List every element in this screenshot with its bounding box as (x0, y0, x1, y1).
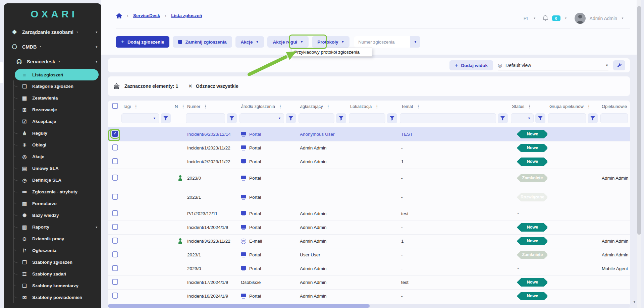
column-menu-icon[interactable]: ⋮ (326, 104, 330, 109)
sidebar-item[interactable]: ◷ Definicje SLA (4, 174, 101, 186)
location-filter-button[interactable] (387, 113, 397, 123)
avatar[interactable] (575, 13, 586, 24)
reporter-filter-button[interactable] (336, 113, 346, 123)
sidebar-item[interactable]: ❑ Szablony komentarzy (4, 280, 101, 292)
row-checkbox[interactable] (112, 131, 118, 137)
sidebar-item[interactable]: ◎ Akcje (4, 151, 101, 163)
sidebar-item[interactable]: ⊞ Rezerwacje (4, 104, 101, 116)
column-menu-icon[interactable]: ⋮ (416, 104, 420, 109)
sidebar-item[interactable]: ✺ Bazy wiedzy (4, 209, 101, 221)
table-row[interactable]: P/1/2023/12/11 Portal Admin Admin test - (108, 207, 630, 221)
column-menu-icon[interactable]: ⋮ (375, 104, 379, 109)
row-checkbox[interactable] (112, 175, 118, 181)
tags-filter-button[interactable] (161, 113, 171, 123)
scroll-down-arrow-icon[interactable]: ▼ (633, 300, 636, 304)
ticket-number-input[interactable] (354, 36, 410, 48)
basket-icon[interactable] (113, 83, 120, 89)
table-row[interactable]: Incident/1/2023/11/22 Portal Admin Admin… (108, 141, 630, 155)
rule-actions-button[interactable]: Akcje reguł ▼ (267, 36, 309, 48)
sidebar-item[interactable]: ☲ Szablony zadań (4, 268, 101, 280)
number-filter-input[interactable] (186, 113, 225, 123)
table-row[interactable]: 2023/1 Portal User User - Zamknięte Admi… (108, 248, 630, 262)
table-row[interactable]: Incident/17/2024/1/9 Osobiście Admin Adm… (108, 275, 630, 289)
table-row[interactable]: 2023/0 Portal - Zamknięte Admin Admin (108, 169, 630, 188)
chevron-down-icon[interactable]: ▼ (621, 17, 624, 20)
sidebar-item[interactable]: ⋔ Reguły (4, 127, 101, 139)
home-icon[interactable] (116, 13, 122, 18)
row-checkbox[interactable] (112, 224, 118, 230)
chevron-down-icon[interactable]: ▼ (533, 17, 536, 20)
sidebar-item[interactable]: ✉ Szablony powiadomień (4, 292, 101, 303)
sidebar-item[interactable]: ⎔ CMDB ◔ ▾ (4, 40, 101, 54)
column-menu-icon[interactable]: ⋮ (203, 104, 208, 109)
view-select[interactable]: ◎ Default view ▼ (498, 60, 608, 70)
chevron-down-icon[interactable]: ▼ (565, 17, 567, 20)
actions-button[interactable]: Akcje ▼ (235, 36, 264, 48)
table-row[interactable]: Incident/6/2023/12/14 Portal Anonymous U… (108, 127, 630, 141)
sidebar-item[interactable]: ▧ Formularze (4, 198, 101, 209)
sidebar-item[interactable]: ≔ Zgłoszenie - atrybuty (4, 186, 101, 198)
sidebar-item[interactable]: ▥ Raporty ▾ (4, 221, 101, 233)
bell-icon[interactable] (543, 15, 548, 21)
view-settings-button[interactable] (613, 60, 625, 70)
table-row[interactable]: Incident/3/2023/11/22 E-mail Admin Admin… (108, 234, 630, 248)
row-checkbox[interactable] (112, 251, 118, 257)
table-row[interactable]: 2023/0 Portal Admin Admin - - Mobile Age… (108, 262, 630, 275)
group-filter-button[interactable] (588, 113, 598, 123)
table-row[interactable]: Incident/2/2023/11/22 Portal Admin Admin… (108, 155, 630, 169)
source-filter-button[interactable] (286, 113, 296, 123)
close-tickets-label: Zamknij zgłoszenia (185, 40, 226, 45)
sidebar-item[interactable]: ☊ Servicedesk ◔ ▾ (4, 54, 101, 69)
column-menu-icon[interactable]: ⋮ (278, 104, 282, 109)
select-all-checkbox[interactable] (112, 103, 118, 109)
vertical-scrollbar-thumb[interactable] (637, 6, 641, 235)
location-filter-input[interactable] (349, 113, 385, 123)
table-row[interactable]: Incident/16/2024/1/9 Portal Admin Admin … (108, 289, 630, 303)
sidebar-item[interactable]: ☑ Akceptacje (4, 116, 101, 127)
source-filter-select[interactable]: ▼ (239, 113, 284, 123)
protocol-dropdown-item[interactable]: Przykładowy protokół zgłoszenia (291, 50, 372, 55)
sidebar-item[interactable]: ⚐ Ogłoszenia (4, 245, 101, 256)
assignees-filter-input[interactable] (600, 113, 628, 123)
subject-filter-input[interactable] (400, 113, 496, 123)
number-filter-button[interactable] (227, 113, 237, 123)
sidebar-item[interactable]: ▦ Zestawienia (4, 92, 101, 104)
breadcrumb-link-servicedesk[interactable]: ServiceDesk (133, 13, 160, 18)
group-filter-input[interactable] (548, 113, 586, 123)
close-tickets-button[interactable]: Zamknij zgłoszenia (173, 36, 232, 48)
horizontal-scrollbar-thumb[interactable] (108, 304, 370, 308)
column-menu-icon[interactable]: ⋮ (587, 104, 591, 109)
row-checkbox[interactable] (112, 293, 118, 299)
sidebar-item[interactable]: ❖ Zarządzanie zasobami ◔ ▾ (4, 25, 101, 40)
column-menu-icon[interactable]: ⋮ (134, 104, 138, 109)
row-checkbox[interactable] (112, 144, 118, 150)
row-checkbox[interactable] (112, 279, 118, 285)
column-menu-icon[interactable]: ⋮ (527, 104, 532, 109)
add-view-button[interactable]: + Dodaj widok (449, 60, 493, 70)
deselect-all-button[interactable]: ✕ Odznacz wszystkie (188, 83, 238, 89)
table-row[interactable]: Incident/14/2024/1/9 Portal Admin Admin … (108, 221, 630, 234)
row-checkbox[interactable] (112, 265, 118, 271)
table-row[interactable]: 2023/1 Portal - Rozwiązane (108, 188, 630, 207)
row-checkbox[interactable] (112, 238, 118, 244)
sidebar-item[interactable]: ✳ Obiegi (4, 139, 101, 151)
tags-filter-select[interactable]: ▼ (121, 113, 159, 123)
subject-filter-button[interactable] (498, 113, 508, 123)
breadcrumb-link-lista[interactable]: Lista zgłoszeń (171, 13, 202, 18)
sidebar-item[interactable]: ❐ Szablony zgłoszeń (4, 256, 101, 268)
status-filter-button[interactable] (535, 113, 545, 123)
column-menu-icon[interactable]: ⋮ (181, 104, 185, 109)
row-checkbox[interactable] (112, 194, 118, 200)
sidebar-item[interactable]: ⊙ Dziennik pracy (4, 233, 101, 245)
sidebar-item[interactable]: ≡ Lista zgłoszeń (15, 69, 99, 80)
sidebar-item[interactable]: ▤ Umowy SLA (4, 163, 101, 174)
search-dropdown-button[interactable]: ▼ (410, 36, 420, 48)
reporter-filter-input[interactable] (299, 113, 334, 123)
protocols-button[interactable]: Protokoły ▼ (312, 36, 350, 48)
add-ticket-button[interactable]: + Dodaj zgłoszenie (116, 36, 169, 48)
status-filter-select[interactable]: ▼ (511, 113, 534, 123)
row-checkbox[interactable] (112, 158, 118, 164)
language-selector[interactable]: PL (524, 16, 529, 21)
row-checkbox[interactable] (112, 210, 118, 216)
sidebar-item[interactable]: ❏ Kategorie zgłoszeń (4, 80, 101, 92)
